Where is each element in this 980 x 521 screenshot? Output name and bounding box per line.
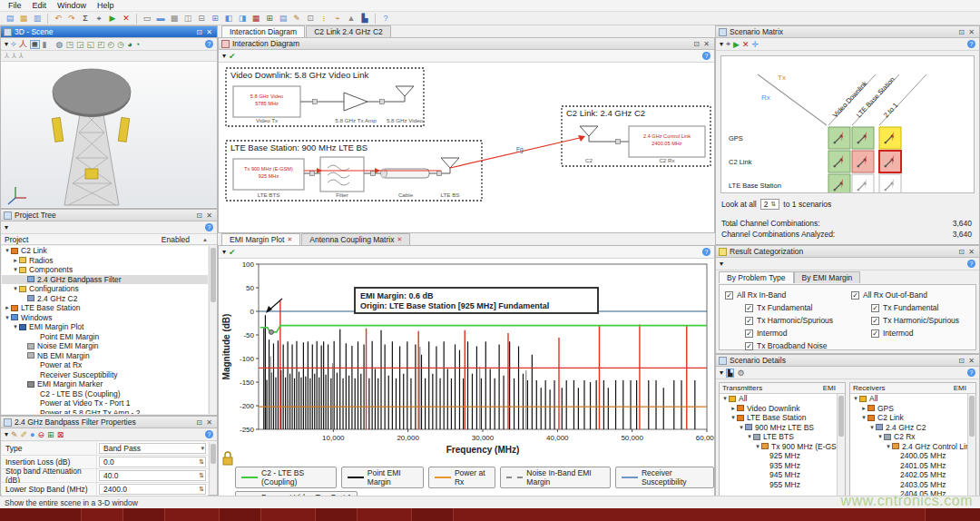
sheet-icon[interactable]: ▤ bbox=[277, 13, 289, 24]
tree-expander-icon[interactable]: ▾ bbox=[4, 247, 11, 254]
tree-item[interactable]: C2 - LTE BS (Coupling) bbox=[2, 389, 208, 399]
matrix-cell[interactable] bbox=[879, 151, 901, 172]
tree-item[interactable]: Point EMI Margin bbox=[2, 332, 208, 342]
tree-item[interactable]: ▾900 MHz LTE BS bbox=[720, 423, 838, 433]
tree-expander-icon[interactable]: ▾ bbox=[877, 433, 884, 440]
legend-item[interactable]: Receiver Susceptibility bbox=[615, 467, 714, 488]
tab-interaction-diagram[interactable]: Interaction Diagram bbox=[221, 25, 305, 37]
legend-item[interactable]: Point EMI Margin bbox=[341, 467, 424, 488]
float-icon[interactable]: ⊡ bbox=[194, 211, 204, 220]
lock-icon[interactable] bbox=[221, 451, 234, 466]
tree-expander-icon[interactable]: ▸ bbox=[12, 257, 19, 264]
edit-icon[interactable]: ✎ bbox=[290, 13, 303, 24]
tree-item[interactable]: 2403.05 MHz bbox=[850, 480, 968, 490]
tree-item[interactable]: ▾All bbox=[720, 394, 838, 404]
help-icon[interactable]: ? bbox=[967, 369, 975, 377]
tree-expander-icon[interactable]: ▾ bbox=[12, 266, 19, 273]
property-input[interactable]: 40.0⇅ bbox=[99, 470, 206, 481]
legend-item[interactable]: Power at Rx bbox=[428, 467, 495, 488]
settings-icon[interactable]: ⚙ bbox=[737, 369, 744, 378]
add-table-icon[interactable]: ⊞ bbox=[47, 430, 54, 439]
property-input[interactable]: 2400.0⇅ bbox=[99, 484, 206, 495]
view-right-icon[interactable]: ◨ bbox=[236, 13, 249, 24]
view-bottom-icon[interactable]: ◷ bbox=[117, 40, 124, 49]
run-icon[interactable]: ▶ bbox=[106, 13, 119, 24]
menu-edit[interactable]: Edit bbox=[28, 1, 52, 10]
tree-expander-icon[interactable]: ▾ bbox=[885, 443, 892, 450]
chevron-down-icon[interactable]: ▾ bbox=[222, 248, 226, 256]
matrix-cell[interactable] bbox=[852, 127, 874, 149]
tab-by-problem-type[interactable]: By Problem Type bbox=[719, 271, 794, 283]
spinner-icon[interactable]: ⇅ bbox=[199, 472, 205, 479]
column-icon[interactable]: ▮ bbox=[43, 40, 47, 49]
emi-plot-icon[interactable]: ▙ bbox=[726, 369, 734, 378]
tree-item[interactable]: 2401.05 MHz bbox=[850, 461, 968, 471]
matrix-row-header[interactable]: LTE Base Station bbox=[729, 182, 781, 190]
spinner-icon[interactable]: ⇅ bbox=[199, 458, 205, 466]
tab-close-icon[interactable]: ✕ bbox=[397, 236, 402, 243]
matrix-row-header[interactable]: C2 Link bbox=[729, 158, 752, 166]
chevron-down-icon[interactable]: ▾ bbox=[720, 260, 723, 268]
tree-expander-icon[interactable]: ▾ bbox=[12, 285, 19, 292]
save-icon[interactable]: ▥ bbox=[31, 13, 44, 24]
view-iso-icon[interactable]: ◍ bbox=[56, 40, 64, 49]
float-icon[interactable]: ⊡ bbox=[194, 28, 204, 36]
tree-item[interactable]: ▾EMI Margin Plot bbox=[2, 322, 208, 332]
tree-item[interactable]: ▸Radios bbox=[2, 256, 208, 266]
checkbox-outofband-parent[interactable]: ✓All Rx Out-of-Band bbox=[851, 290, 975, 300]
legend-item[interactable]: C2 - LTE BS (Coupling) bbox=[235, 467, 337, 488]
tab-emi-margin-plot[interactable]: EMI Margin Plot✕ bbox=[221, 233, 300, 245]
tree-item[interactable]: ▾C2 Rx bbox=[850, 432, 968, 442]
traffic-icon[interactable]: ⁝ bbox=[318, 13, 330, 24]
checkbox-icon[interactable]: ✓ bbox=[745, 342, 753, 350]
view-left-icon[interactable]: ◱ bbox=[86, 40, 94, 49]
redo-icon[interactable]: ↷ bbox=[65, 13, 78, 24]
tree-item[interactable]: 955 MHz bbox=[720, 480, 838, 490]
tree-item[interactable]: Power at 5.8 GHz Tx Amp - 2 bbox=[2, 408, 208, 415]
chevron-down-icon[interactable]: ▾ bbox=[222, 52, 226, 60]
help-icon[interactable]: ? bbox=[205, 223, 213, 231]
layout-grid-icon[interactable]: ⊞ bbox=[209, 13, 221, 24]
close-icon[interactable]: ✕ bbox=[701, 40, 711, 48]
checkbox-icon[interactable]: ✓ bbox=[745, 304, 753, 312]
3d-viewport[interactable] bbox=[1, 62, 217, 207]
tree-expander-icon[interactable]: ▾ bbox=[12, 323, 19, 330]
axis-yz-icon[interactable]: ⅄ bbox=[12, 52, 16, 60]
tree-expander-icon[interactable]: ▾ bbox=[868, 424, 876, 431]
rotate-right-icon[interactable]: ◔ bbox=[135, 40, 140, 49]
tree-expander-icon[interactable]: ▾ bbox=[852, 395, 859, 402]
tree-item[interactable]: 2.4 GHz Bandpass Filter bbox=[2, 275, 208, 285]
tree-expander-icon[interactable]: ▸ bbox=[860, 405, 867, 412]
tab-close-icon[interactable]: ✕ bbox=[287, 236, 292, 243]
run-icon[interactable]: ▶ bbox=[733, 40, 740, 49]
close-icon[interactable]: ✕ bbox=[204, 418, 214, 427]
tab-by-emi-margin[interactable]: By EMI Margin bbox=[794, 271, 861, 283]
view-front-icon[interactable]: ◳ bbox=[65, 40, 74, 49]
tree-item[interactable]: ▾2.4 GHz Control Link bbox=[850, 442, 968, 452]
open-file-icon[interactable]: ▦ bbox=[17, 13, 30, 24]
tree-item[interactable]: ▾2.4 GHz C2 bbox=[850, 423, 968, 433]
checkbox-outofband-child[interactable]: ✓Tx Harmonic/Spurious bbox=[871, 316, 975, 325]
chevron-down-icon[interactable]: ▾ bbox=[720, 369, 723, 377]
checkbox-inband-child[interactable]: ✓Tx Harmonic/Spurious bbox=[745, 316, 849, 325]
matrix-cell[interactable] bbox=[828, 127, 850, 149]
remove-table-icon[interactable]: ⊠ bbox=[57, 430, 64, 439]
axis-xy-icon[interactable]: ⅄ bbox=[5, 52, 9, 60]
receivers-header[interactable]: Receivers bbox=[850, 384, 954, 392]
validate-check-icon[interactable]: ✔ bbox=[229, 52, 236, 61]
checkbox-icon[interactable]: ✓ bbox=[725, 291, 733, 300]
tab-antenna-coupling-matrix[interactable]: Antenna Coupling Matrix✕ bbox=[301, 233, 410, 245]
tree-item[interactable]: 925 MHz bbox=[720, 451, 838, 461]
legend-item[interactable]: Noise In-Band EMI Margin bbox=[500, 467, 611, 488]
tree-item[interactable]: ▾All bbox=[850, 394, 968, 404]
close-icon[interactable]: ✕ bbox=[204, 211, 214, 220]
form-icon[interactable]: ⊡ bbox=[304, 13, 317, 24]
chevron-down-icon[interactable]: ▾ bbox=[5, 40, 8, 48]
chart-icon[interactable]: ▙ bbox=[358, 13, 371, 24]
matrix-row-header[interactable]: GPS bbox=[729, 134, 743, 143]
tree-item[interactable]: NB EMI Margin bbox=[2, 351, 208, 361]
checkbox-icon[interactable]: ✓ bbox=[871, 304, 879, 312]
close-icon[interactable]: ✕ bbox=[204, 28, 214, 36]
chevron-down-icon[interactable]: ▾ bbox=[201, 445, 205, 452]
fit-view-icon[interactable]: ▦ bbox=[30, 40, 40, 49]
